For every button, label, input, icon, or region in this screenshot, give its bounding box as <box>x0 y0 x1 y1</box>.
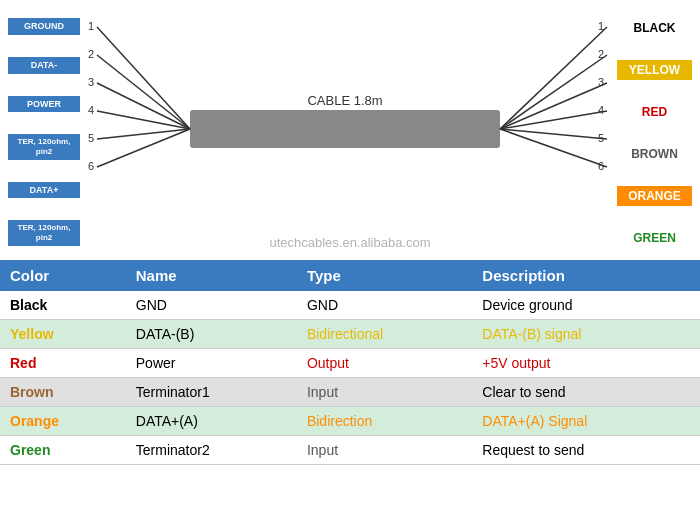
header-color: Color <box>0 260 126 291</box>
cell-color: Red <box>0 349 126 378</box>
svg-line-21 <box>500 83 607 129</box>
svg-text:5: 5 <box>88 132 94 144</box>
cell-description: Request to send <box>472 436 700 465</box>
cell-name: Terminator2 <box>126 436 297 465</box>
svg-text:CABLE 1.8m: CABLE 1.8m <box>307 93 382 108</box>
cell-color: Brown <box>0 378 126 407</box>
cell-color: Black <box>0 291 126 320</box>
table-row: BlackGNDGNDDevice ground <box>0 291 700 320</box>
cell-type: Bidirectional <box>297 320 472 349</box>
cell-name: DATA+(A) <box>126 407 297 436</box>
table-section: Color Name Type Description BlackGNDGNDD… <box>0 260 700 465</box>
cell-name: GND <box>126 291 297 320</box>
table-row: BrownTerminator1InputClear to send <box>0 378 700 407</box>
cell-type: Input <box>297 436 472 465</box>
svg-text:4: 4 <box>598 104 604 116</box>
cell-description: Clear to send <box>472 378 700 407</box>
table-row: GreenTerminator2InputRequest to send <box>0 436 700 465</box>
table-row: YellowDATA-(B)BidirectionalDATA-(B) sign… <box>0 320 700 349</box>
svg-rect-12 <box>190 110 500 148</box>
header-description: Description <box>472 260 700 291</box>
cell-type: Output <box>297 349 472 378</box>
svg-line-20 <box>500 55 607 129</box>
svg-line-15 <box>97 83 190 129</box>
table-header-row: Color Name Type Description <box>0 260 700 291</box>
cell-type: Input <box>297 378 472 407</box>
table-row: OrangeDATA+(A)BidirectionDATA+(A) Signal <box>0 407 700 436</box>
cell-name: DATA-(B) <box>126 320 297 349</box>
header-type: Type <box>297 260 472 291</box>
header-name: Name <box>126 260 297 291</box>
cell-description: DATA+(A) Signal <box>472 407 700 436</box>
cell-description: DATA-(B) signal <box>472 320 700 349</box>
cable-diagram-svg: 1 2 3 4 5 6 1 2 3 4 5 6 <box>0 0 700 260</box>
cell-name: Terminator1 <box>126 378 297 407</box>
watermark: utechcables.en.alibaba.com <box>269 235 430 250</box>
cell-color: Yellow <box>0 320 126 349</box>
svg-text:1: 1 <box>88 20 94 32</box>
svg-text:4: 4 <box>88 104 94 116</box>
svg-text:2: 2 <box>88 48 94 60</box>
cell-color: Green <box>0 436 126 465</box>
svg-text:3: 3 <box>88 76 94 88</box>
cable-table: Color Name Type Description BlackGNDGNDD… <box>0 260 700 465</box>
cell-description: Device ground <box>472 291 700 320</box>
svg-line-14 <box>97 55 190 129</box>
cell-name: Power <box>126 349 297 378</box>
svg-text:6: 6 <box>88 160 94 172</box>
cell-description: +5V output <box>472 349 700 378</box>
cell-color: Orange <box>0 407 126 436</box>
diagram-section: GROUND DATA- POWER TER, 120ohm,pin2 DATA… <box>0 0 700 260</box>
cell-type: Bidirection <box>297 407 472 436</box>
cell-type: GND <box>297 291 472 320</box>
table-row: RedPowerOutput+5V output <box>0 349 700 378</box>
